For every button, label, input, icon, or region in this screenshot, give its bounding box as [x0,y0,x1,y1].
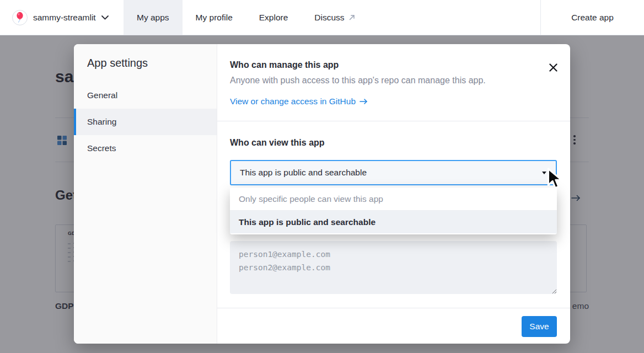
workspace-name: sammy-streamlit [33,13,96,23]
invite-viewers-textarea[interactable] [230,241,557,294]
tab-discuss-label: Discuss [314,13,344,23]
nav-tabs: My apps My profile Explore Discuss [124,0,369,35]
manage-section-heading: Who can manage this app [230,60,339,70]
sidebar-item-general[interactable]: General [74,82,217,109]
github-access-link-label: View or change access in GitHub [230,97,356,106]
chevron-down-icon [101,15,109,20]
github-access-link[interactable]: View or change access in GitHub [230,97,368,106]
sidebar-item-sharing[interactable]: Sharing [74,109,217,135]
tab-my-apps[interactable]: My apps [124,0,183,35]
caret-down-icon [542,172,546,174]
modal-title: App settings [87,57,217,69]
external-link-arrow-icon [348,14,356,21]
sidebar-item-label: Sharing [87,117,116,127]
viewers-select[interactable]: This app is public and searchable [230,160,557,185]
modal-sidebar: App settings General Sharing Secrets [74,44,217,344]
workspace-switcher[interactable]: sammy-streamlit [0,0,109,35]
close-icon[interactable] [548,62,559,73]
arrow-right-icon [359,98,368,105]
viewers-select-value: This app is public and searchable [240,168,367,178]
create-app-label: Create app [571,13,614,23]
top-navbar: sammy-streamlit My apps My profile Explo… [0,0,644,35]
option-specific-people[interactable]: Only specific people can view this app [230,188,557,210]
divider [217,308,570,308]
sidebar-item-secrets[interactable]: Secrets [74,135,217,162]
modal-nav: General Sharing Secrets [74,82,217,162]
tab-my-apps-label: My apps [137,13,169,23]
tab-explore-label: Explore [259,13,288,23]
save-button[interactable]: Save [522,316,557,337]
tab-discuss[interactable]: Discuss [301,0,368,35]
sidebar-item-label: Secrets [87,143,116,153]
streamlit-balloon-logo [12,10,28,25]
sidebar-item-label: General [87,90,117,100]
tab-my-profile-label: My profile [196,13,233,23]
viewers-select-dropdown: Only specific people can view this app T… [230,188,557,234]
tab-explore[interactable]: Explore [246,0,302,35]
option-public-searchable[interactable]: This app is public and searchable [230,211,557,233]
manage-section-description: Anyone with push access to this app's re… [230,76,486,85]
divider [217,121,570,121]
balloon-icon [15,12,25,24]
view-section-heading: Who can view this app [230,138,325,148]
tab-my-profile[interactable]: My profile [183,0,246,35]
create-app-button[interactable]: Create app [540,0,644,35]
